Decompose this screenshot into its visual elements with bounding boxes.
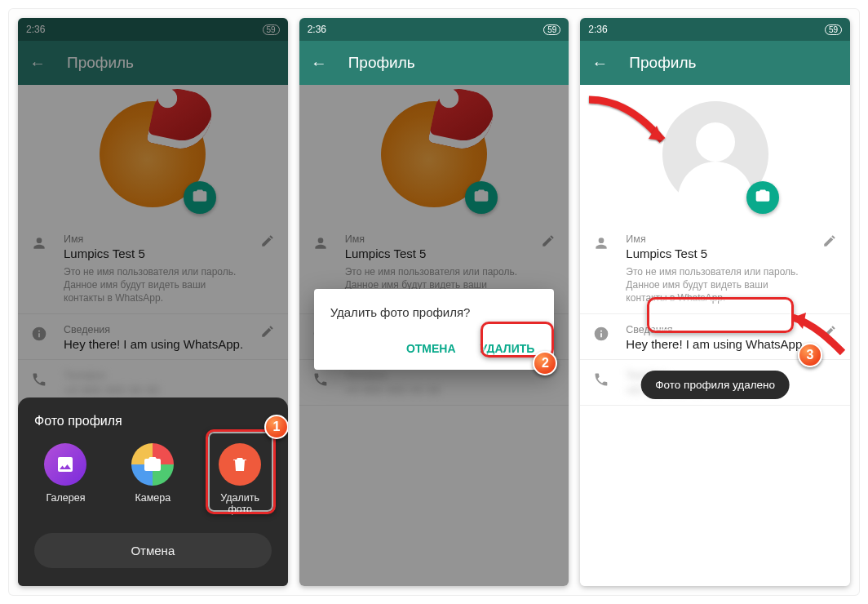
- screenshot-step-2: 2:36 59 ← Профиль Имя Lumpics T: [299, 18, 569, 586]
- back-icon[interactable]: ←: [591, 55, 608, 71]
- sheet-cancel-button[interactable]: Отмена: [34, 533, 272, 568]
- screenshot-step-1: 2:36 59 ← Профиль: [18, 18, 288, 586]
- name-value: Lumpics Test 5: [626, 246, 808, 260]
- camera-icon: [755, 188, 771, 207]
- trash-icon: [219, 443, 261, 486]
- name-row[interactable]: Имя Lumpics Test 5 Это не имя пользовате…: [580, 224, 850, 314]
- page-title: Профиль: [348, 54, 415, 72]
- about-value: Hey there! I am using WhatsApp.: [626, 337, 808, 351]
- clock: 2:36: [308, 24, 326, 35]
- edit-icon: [541, 233, 556, 251]
- status-bar: 2:36 59: [299, 18, 569, 41]
- change-photo-fab[interactable]: [465, 181, 498, 214]
- person-icon: [593, 235, 611, 255]
- toast-photo-deleted: Фото профиля удалено: [640, 371, 790, 399]
- option-delete-label: Удалить фото: [209, 492, 272, 515]
- app-bar: ← Профиль: [299, 41, 569, 85]
- about-row[interactable]: Сведения Hey there! I am using WhatsApp.: [580, 314, 850, 360]
- name-hint: Это не имя пользователя или пароль. Данн…: [626, 265, 808, 305]
- back-icon[interactable]: ←: [311, 55, 327, 71]
- gallery-icon: [44, 443, 86, 486]
- camera-icon: [473, 188, 489, 207]
- about-label: Сведения: [626, 324, 808, 335]
- option-gallery-label: Галерея: [34, 492, 97, 504]
- camera-icon: [131, 443, 174, 486]
- confirm-delete-dialog: Удалить фото профиля? ОТМЕНА УДАЛИТЬ: [314, 289, 555, 370]
- dialog-cancel-button[interactable]: ОТМЕНА: [403, 335, 459, 362]
- sheet-title: Фото профиля: [34, 414, 272, 429]
- page-title: Профиль: [629, 54, 696, 72]
- option-camera-label: Камера: [122, 492, 184, 504]
- phone-icon: [593, 371, 611, 391]
- edit-icon[interactable]: [822, 324, 837, 342]
- photo-bottom-sheet: Фото профиля Галерея Камера: [18, 397, 288, 586]
- phone-icon: [312, 371, 330, 391]
- change-photo-fab[interactable]: [746, 181, 779, 214]
- name-label: Имя: [626, 233, 808, 245]
- dialog-confirm-button[interactable]: УДАЛИТЬ: [477, 335, 538, 362]
- dialog-message: Удалить фото профиля?: [330, 305, 538, 319]
- info-icon: [593, 326, 611, 345]
- status-bar: 2:36 59: [580, 18, 850, 41]
- edit-icon[interactable]: [822, 233, 837, 251]
- option-camera[interactable]: Камера: [122, 443, 184, 515]
- battery-pill: 59: [825, 24, 842, 35]
- person-icon: [312, 235, 330, 255]
- option-gallery[interactable]: Галерея: [34, 443, 97, 515]
- clock: 2:36: [588, 24, 607, 35]
- battery-pill: 59: [543, 24, 560, 35]
- option-delete-photo[interactable]: Удалить фото: [209, 443, 272, 515]
- screenshot-step-3: 2:36 59 ← Профиль Имя Lumpics T: [580, 18, 850, 586]
- app-bar: ← Профиль: [580, 41, 850, 85]
- profile-avatar[interactable]: [381, 101, 487, 207]
